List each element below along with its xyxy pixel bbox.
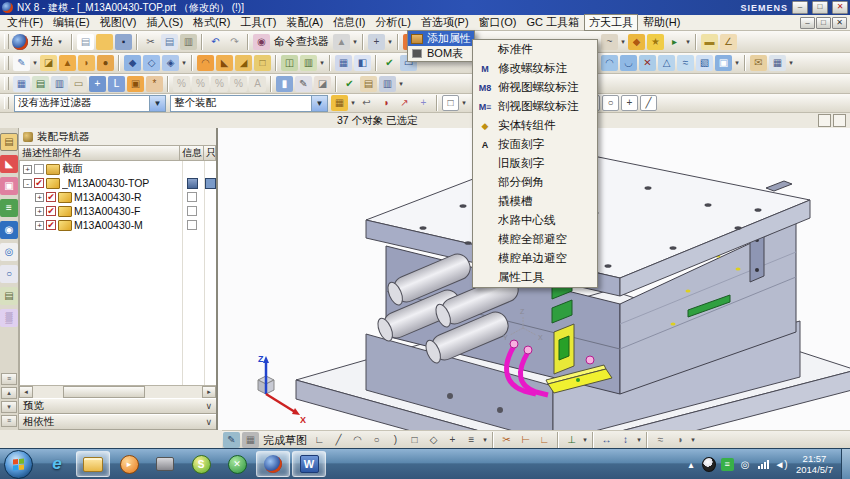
new-file-icon[interactable]: ▤ <box>77 34 94 50</box>
column-part-name[interactable]: 描述性部件名 <box>19 146 179 160</box>
arc-icon[interactable]: ◠ <box>349 432 366 448</box>
qq-icon[interactable] <box>702 457 716 471</box>
hd3d-tools-icon[interactable]: ◎ <box>0 243 18 261</box>
assembly-navigator-icon[interactable]: ▤ <box>0 133 18 151</box>
snap-existing-point-icon[interactable]: + <box>621 95 638 111</box>
intersect-icon[interactable]: ◈ <box>162 55 179 71</box>
blend-icon[interactable]: ◠ <box>197 55 214 71</box>
menu-tools[interactable]: 工具(T) <box>235 14 281 31</box>
touch-mode-icon[interactable]: + <box>368 34 385 50</box>
scrollbar-thumb[interactable] <box>63 386 145 398</box>
chamfer-icon[interactable]: ◣ <box>216 55 233 71</box>
expander-icon[interactable]: + <box>35 207 44 216</box>
mdi-close-button[interactable]: ✕ <box>832 17 847 29</box>
menu-item-pry-slot[interactable]: 撬模槽 <box>473 192 597 211</box>
netdisk-icon[interactable]: ≡ <box>720 457 734 471</box>
dropdown-arrow-icon[interactable]: ▾ <box>397 80 405 88</box>
volume-icon[interactable]: ◄) <box>774 457 788 471</box>
top-thread-note-icon[interactable]: % <box>192 76 209 92</box>
dropdown-arrow-icon[interactable]: ▾ <box>481 436 489 444</box>
collapse-icon[interactable]: - <box>23 179 32 188</box>
orange-box-icon[interactable]: ▣ <box>127 76 144 92</box>
play-icon[interactable]: ▸ <box>666 34 683 50</box>
menu-item-standard-parts[interactable]: 标准件 <box>473 40 597 59</box>
dock-icon[interactable] <box>833 114 846 127</box>
copy-icon[interactable]: ▤ <box>161 34 178 50</box>
column-readonly[interactable]: 只 <box>203 146 215 160</box>
rotate-point-icon[interactable]: ↗ <box>396 95 413 111</box>
expander-icon[interactable]: + <box>35 193 44 202</box>
menu-item-partial-chamfer[interactable]: 部分倒角 <box>473 173 597 192</box>
open-folder-icon[interactable] <box>96 34 113 50</box>
menu-preferences[interactable]: 首选项(P) <box>416 14 474 31</box>
library-icon[interactable]: ▥ <box>51 76 68 92</box>
menu-item-engrave-on-face[interactable]: A按面刻字 <box>473 135 597 154</box>
menu-item-solid-to-component[interactable]: ◆实体转组件 <box>473 116 597 135</box>
rectangle-icon[interactable]: □ <box>406 432 423 448</box>
dropdown-arrow-icon[interactable]: ▾ <box>689 436 697 444</box>
downloader-taskbar-icon[interactable]: S <box>184 451 218 477</box>
show-desktop-button[interactable] <box>841 449 850 479</box>
draft-icon[interactable]: ◢ <box>235 55 252 71</box>
redo-icon[interactable]: ↷ <box>226 34 243 50</box>
thread-note-icon[interactable]: % <box>230 76 247 92</box>
cut-icon[interactable]: ✂ <box>142 34 159 50</box>
command-finder-label[interactable]: 命令查找器 <box>274 34 329 49</box>
device-taskbar-icon[interactable] <box>148 451 182 477</box>
unite-icon[interactable]: ◆ <box>124 55 141 71</box>
dropdown-arrow-icon[interactable]: ▾ <box>619 38 627 46</box>
menu-item-top-view-thread-note[interactable]: M8俯视图螺纹标注 <box>473 78 597 97</box>
window-cascade-icon[interactable]: ▦ <box>13 76 30 92</box>
tree-row-sections[interactable]: + 截面 <box>20 162 216 176</box>
trim-body-icon[interactable]: ◫ <box>281 55 298 71</box>
dropdown-arrow-icon[interactable]: ▾ <box>180 59 188 67</box>
restore-button[interactable]: □ <box>812 1 828 14</box>
mirror-feature-icon[interactable]: ◧ <box>354 55 371 71</box>
web-browser-icon[interactable]: ◉ <box>0 221 18 239</box>
dropdown-arrow-icon[interactable]: ▾ <box>31 59 39 67</box>
word-taskbar-icon[interactable]: W <box>292 451 326 477</box>
offset-curve-icon[interactable]: ≡ <box>463 432 480 448</box>
system-materials-icon[interactable]: ▤ <box>0 287 18 305</box>
menu-item-cavity-full-relief[interactable]: 模腔全部避空 <box>473 230 597 249</box>
check-mate-icon[interactable]: ✔ <box>341 76 358 92</box>
quick-trim-icon[interactable]: ✂ <box>498 432 515 448</box>
constraint-navigator-icon[interactable]: ◣ <box>0 155 18 173</box>
navigator-pin-icon[interactable] <box>23 132 33 142</box>
finish-sketch-label[interactable]: 完成草图 <box>263 433 307 448</box>
reuse-library-icon[interactable]: ≡ <box>0 199 18 217</box>
menu-analysis[interactable]: 分析(L) <box>370 14 415 31</box>
selection-scope-combo[interactable]: 整个装配 ▼ <box>170 95 328 112</box>
sketch-icon[interactable]: ✎ <box>223 432 240 448</box>
save-layers-icon[interactable]: ▥ <box>379 76 396 92</box>
dropdown-arrow-icon[interactable]: ▾ <box>635 436 643 444</box>
dropdown-arrow-icon[interactable]: ▾ <box>733 59 741 67</box>
network-icon[interactable] <box>756 457 770 471</box>
nx-taskbar-icon[interactable] <box>256 451 290 477</box>
paste-icon[interactable]: ▥ <box>180 34 197 50</box>
menu-fangtian-tools[interactable]: 方天工具 <box>584 14 638 31</box>
minimize-button[interactable]: – <box>792 1 808 14</box>
palette-icon[interactable]: ▒ <box>0 309 18 327</box>
node-label[interactable]: M13A00430-R <box>74 191 179 203</box>
menu-format[interactable]: 格式(R) <box>188 14 235 31</box>
save-icon[interactable]: ▪ <box>115 34 132 50</box>
menu-item-section-view-thread-note[interactable]: M≡剖视图螺纹标注 <box>473 97 597 116</box>
expander-icon[interactable]: + <box>35 221 44 230</box>
hole-icon[interactable]: ● <box>97 55 114 71</box>
analysis-kit-icon[interactable]: * <box>146 76 163 92</box>
engrave-icon[interactable]: A <box>249 76 266 92</box>
capsule-icon[interactable]: ▭ <box>70 76 87 92</box>
constraints-icon[interactable]: ⊥ <box>563 432 580 448</box>
alternate-solution-icon[interactable]: ◑ <box>671 432 688 448</box>
scroll-right-icon[interactable]: ▸ <box>202 386 216 398</box>
wave-geometry-icon[interactable]: ◠ <box>601 55 618 71</box>
explorer-taskbar-icon[interactable] <box>76 451 110 477</box>
dimension-icon[interactable]: ↔ <box>598 432 615 448</box>
scroll-down-icon[interactable]: ▾ <box>1 401 17 413</box>
mdi-minimize-button[interactable]: – <box>800 17 815 29</box>
revolve-icon[interactable]: ◗ <box>78 55 95 71</box>
menu-window[interactable]: 窗口(O) <box>474 14 522 31</box>
preview-section-bar[interactable]: 预览 ∨ <box>19 398 216 414</box>
hem-flange-icon[interactable]: ▬ <box>701 34 718 50</box>
